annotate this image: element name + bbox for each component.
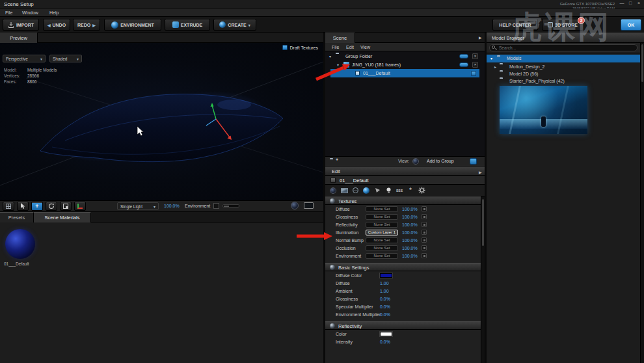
texture-slot-button[interactable]: None Set xyxy=(366,253,398,259)
environment-checkbox[interactable] xyxy=(213,203,219,209)
texture-layer-icon[interactable] xyxy=(422,253,427,258)
reflectivity-section-header[interactable]: Reflectivity xyxy=(325,321,481,330)
basic-setting-value[interactable]: 0.0% xyxy=(380,297,390,301)
tab-presets[interactable]: Presets xyxy=(0,212,34,222)
browser-row-starter-pack[interactable]: Starter_Pack_Physical (42) xyxy=(487,77,644,85)
environment-button[interactable]: ENVIRONMENT xyxy=(104,19,161,31)
extrude-button[interactable]: EXTRUDE xyxy=(165,19,210,31)
undo-button[interactable]: ◀ UNDO xyxy=(43,19,70,31)
search-input[interactable] xyxy=(489,44,637,51)
tree-row-group-folder[interactable]: ▾ Group Folder × xyxy=(325,52,485,60)
browser-row-models[interactable]: ▾ Models xyxy=(487,55,644,62)
menu-file[interactable]: File xyxy=(5,10,12,15)
expander-icon[interactable]: ▾ xyxy=(337,62,339,67)
create-button[interactable]: CREATE ▾ xyxy=(213,19,256,31)
minimize-button[interactable]: — xyxy=(618,1,626,5)
scale-tool-button[interactable] xyxy=(60,202,72,211)
expander-icon[interactable]: ▾ xyxy=(329,54,331,59)
visibility-toggle-icon[interactable] xyxy=(459,54,468,59)
edit-scrollbar[interactable] xyxy=(481,196,485,363)
texture-slot-button-illumination[interactable]: Custom Layer 1 xyxy=(366,230,398,235)
menu-window[interactable]: Window xyxy=(22,10,38,15)
delete-icon[interactable]: × xyxy=(472,62,478,68)
texture-strength-value[interactable]: 100.0% xyxy=(402,254,418,258)
material-slot-icon[interactable] xyxy=(471,71,476,76)
draft-textures-toggle[interactable]: Draft Textures xyxy=(282,45,318,50)
bulb-icon[interactable] xyxy=(384,187,392,195)
texture-slot-button[interactable]: None Set xyxy=(366,245,398,251)
scene-menu-file[interactable]: File xyxy=(332,45,339,49)
basic-setting-value[interactable]: 1.00 xyxy=(380,289,389,293)
diffuse-color-swatch[interactable] xyxy=(380,273,392,278)
draft-textures-checkbox[interactable] xyxy=(282,45,288,50)
texture-strength-value[interactable]: 100.0% xyxy=(402,238,418,243)
axis-tool-button[interactable] xyxy=(74,202,86,211)
tree-row-default-material[interactable]: 01___Default xyxy=(330,69,479,77)
basic-setting-value[interactable]: 0.0% xyxy=(380,304,390,309)
preview-sphere-icon[interactable] xyxy=(291,202,299,209)
light-intensity-value[interactable]: 100.0% xyxy=(164,204,180,208)
redo-button[interactable]: REDO ▶ xyxy=(73,19,100,31)
preview-screen-icon[interactable] xyxy=(304,202,314,209)
tab-preview[interactable]: Preview xyxy=(0,33,38,43)
light-mode-dropdown[interactable]: Single Light ▾ xyxy=(117,202,159,210)
rotate-tool-button[interactable] xyxy=(46,202,57,211)
reflectivity-color-swatch[interactable] xyxy=(380,332,392,336)
select-tool-button[interactable] xyxy=(17,202,29,211)
menu-help[interactable]: Help xyxy=(49,10,59,15)
texture-layer-icon[interactable] xyxy=(422,230,427,235)
texture-strength-value[interactable]: 100.0% xyxy=(402,230,418,235)
basic-setting-value[interactable]: 1.00 xyxy=(380,281,389,286)
spotlight-icon[interactable] xyxy=(373,187,381,195)
basic-settings-header[interactable]: Basic Settings xyxy=(325,263,481,271)
move-tool-button[interactable]: + xyxy=(31,202,43,211)
add-to-group-icon[interactable] xyxy=(470,158,477,165)
sss-icon[interactable]: SSS xyxy=(396,187,403,195)
sphere-channel-icon[interactable] xyxy=(362,187,370,195)
basic-setting-value[interactable]: 0.0% xyxy=(380,312,390,317)
uv-globe-icon[interactable] xyxy=(351,187,359,195)
view-mode-sphere-icon[interactable] xyxy=(412,158,419,165)
texture-strength-value[interactable]: 100.0% xyxy=(402,222,418,227)
delete-icon[interactable]: × xyxy=(472,53,478,59)
texture-strength-value[interactable]: 100.0% xyxy=(402,215,418,219)
ao-icon[interactable]: * xyxy=(407,187,414,195)
tab-scene[interactable]: Scene xyxy=(325,33,355,43)
reflectivity-setting-value[interactable]: 0.0% xyxy=(380,340,390,344)
add-to-group-button[interactable]: Add to Group xyxy=(427,159,454,163)
expander-icon[interactable]: ▾ xyxy=(490,56,492,60)
texture-layer-icon[interactable] xyxy=(422,245,427,250)
scene-menu-edit[interactable]: Edit xyxy=(346,45,354,49)
textures-section-header[interactable]: Textures xyxy=(325,196,481,205)
shaded-dropdown[interactable]: Shaded ▾ xyxy=(49,55,82,62)
tab-scene-materials[interactable]: Scene Materials xyxy=(34,212,91,222)
material-ball-icon[interactable] xyxy=(329,187,337,195)
browser-scrollbar[interactable] xyxy=(640,43,644,363)
material-sphere-preview[interactable] xyxy=(5,229,35,259)
help-center-button[interactable]: HELP CENTER xyxy=(492,19,538,31)
maximize-button[interactable]: □ xyxy=(626,1,634,5)
import-button[interactable]: IMPORT xyxy=(3,19,39,31)
grid-tool-button[interactable] xyxy=(3,202,14,211)
scene-menu-view[interactable]: View xyxy=(360,45,370,49)
texture-image-icon[interactable] xyxy=(340,187,348,195)
texture-slot-button[interactable]: None Set xyxy=(366,214,398,220)
model-thumbnail[interactable] xyxy=(500,86,587,134)
visibility-toggle-icon[interactable] xyxy=(459,62,468,67)
texture-slot-button[interactable]: None Set xyxy=(366,222,398,228)
preview-viewport[interactable]: Draft Textures Perspective ▾ Shaded ▾ Mo… xyxy=(0,43,323,200)
browser-row-model-2d[interactable]: Model 2D (56) xyxy=(487,70,644,77)
texture-layer-icon[interactable] xyxy=(422,214,427,219)
settings-gear-icon[interactable] xyxy=(418,187,425,195)
perspective-dropdown[interactable]: Perspective ▾ xyxy=(3,55,46,62)
texture-slot-button[interactable]: None Set xyxy=(366,237,398,243)
browser-row-motion-design[interactable]: ▸ Motion_Design_2 xyxy=(487,63,644,70)
texture-layer-icon[interactable] xyxy=(422,237,427,243)
texture-slot-button[interactable]: None Set xyxy=(366,206,398,212)
texture-strength-value[interactable]: 100.0% xyxy=(402,246,418,250)
environment-slider[interactable] xyxy=(222,204,239,208)
texture-layer-icon[interactable] xyxy=(422,206,427,211)
scene-panel-arrow-icon[interactable]: ▶ xyxy=(479,35,482,40)
close-button[interactable]: × xyxy=(635,1,643,5)
tree-row-jing-yu0[interactable]: ▾ JING_YU0 (181 frames) × xyxy=(325,60,485,69)
